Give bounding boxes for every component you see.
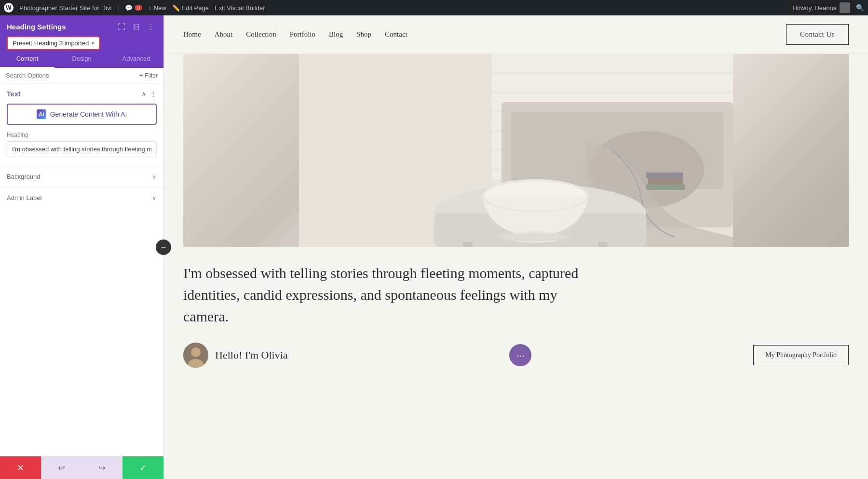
columns-icon[interactable]: ⊟: [131, 21, 141, 32]
ai-icon: AI: [37, 109, 46, 119]
cancel-button[interactable]: ✕: [0, 456, 41, 479]
profile-avatar: [183, 343, 208, 368]
site-nav: Home About Collection Portfolio Blog Sho…: [183, 30, 407, 39]
profile-row: Hello! I'm Olivia ··· My Photography Por…: [183, 343, 849, 368]
avatar-svg: [183, 343, 208, 368]
tab-design[interactable]: Design: [54, 50, 109, 68]
save-icon: ✓: [139, 463, 147, 473]
text-section-title: Text: [7, 90, 21, 98]
site-header: Home About Collection Portfolio Blog Sho…: [164, 15, 868, 54]
save-button[interactable]: ✓: [122, 456, 163, 479]
section-actions: ∧ ⋮: [141, 90, 157, 98]
nav-home[interactable]: Home: [183, 30, 201, 39]
comment-bubble: 0: [135, 5, 142, 11]
bowl-scene-svg: [183, 54, 849, 247]
avatar: [840, 2, 850, 13]
panel-body: + Filter Text ∧ ⋮ AI Generate Content Wi…: [0, 68, 163, 456]
svg-rect-19: [646, 184, 685, 190]
hero-image-container: [183, 54, 849, 247]
plus-icon: +: [148, 4, 152, 12]
background-section-title: Background: [7, 173, 40, 180]
tab-advanced[interactable]: Advanced: [109, 50, 163, 68]
new-button[interactable]: + New: [148, 4, 166, 12]
profile-name: Hello! I'm Olivia: [215, 349, 288, 361]
text-section: Text ∧ ⋮ AI Generate Content With AI Hea…: [0, 83, 163, 166]
settings-panel: Heading Settings ⛶ ⊟ ⋮ Preset: Heading 3…: [0, 15, 164, 479]
ai-generate-button[interactable]: AI Generate Content With AI: [7, 104, 157, 125]
panel-title: Heading Settings: [7, 23, 66, 31]
fab-button[interactable]: ···: [509, 344, 531, 366]
admin-bar: W Photographer Starter Site for Divi | 💬…: [0, 0, 868, 15]
more-options-icon[interactable]: ⋮: [145, 21, 157, 32]
redo-icon: ↪: [98, 463, 106, 473]
comment-icon: 💬: [125, 4, 133, 12]
svg-rect-18: [598, 242, 608, 247]
admin-label-chevron-icon: ∨: [152, 194, 157, 201]
svg-point-23: [191, 347, 201, 357]
panel-tabs: Content Design Advanced: [0, 50, 163, 68]
contact-us-button[interactable]: Contact Us: [786, 24, 849, 45]
nav-contact[interactable]: Contact: [385, 30, 407, 39]
panel-header-icons: ⛶ ⊟ ⋮: [116, 21, 157, 32]
admin-label-section-title: Admin Label: [7, 194, 41, 201]
nav-portfolio[interactable]: Portfolio: [290, 30, 315, 39]
admin-separator: |: [117, 4, 119, 12]
filter-label: Filter: [145, 72, 158, 79]
heading-input[interactable]: [7, 141, 157, 157]
cancel-icon: ✕: [17, 463, 24, 473]
bottom-bar: ✕ ↩ ↪ ✓: [0, 456, 163, 479]
text-section-header: Text ∧ ⋮: [7, 90, 157, 98]
svg-rect-20: [648, 178, 683, 184]
svg-point-15: [499, 233, 571, 241]
comment-count[interactable]: 💬 0: [125, 4, 142, 12]
svg-rect-21: [646, 173, 683, 178]
fab-icon: ···: [516, 350, 525, 361]
site-name[interactable]: Photographer Starter Site for Divi: [19, 4, 111, 12]
filter-button[interactable]: + Filter: [139, 72, 158, 79]
exit-builder-button[interactable]: Exit Visual Builder: [215, 4, 265, 12]
preset-selector[interactable]: Preset: Heading 3 imported ▾: [7, 36, 100, 50]
section-menu-button[interactable]: ⋮: [150, 90, 157, 98]
ai-generate-label: Generate Content With AI: [50, 110, 127, 118]
nav-about[interactable]: About: [215, 30, 233, 39]
preset-label: Preset: Heading 3 imported: [13, 40, 89, 47]
fullscreen-icon[interactable]: ⛶: [116, 22, 127, 32]
preset-chevron-icon: ▾: [92, 40, 94, 46]
resize-handle[interactable]: ↔: [156, 240, 171, 255]
search-options-input[interactable]: [6, 72, 136, 79]
edit-page-button[interactable]: ✏️ Edit Page: [172, 4, 209, 12]
user-menu[interactable]: Howdy, Deanna: [792, 2, 850, 13]
undo-icon: ↩: [58, 463, 65, 473]
hero-text: I'm obsessed with telling stories throug…: [183, 262, 598, 327]
content-area: Home About Collection Portfolio Blog Sho…: [164, 15, 868, 479]
background-section[interactable]: Background ∨: [0, 166, 163, 187]
heading-field-label: Heading: [7, 132, 157, 138]
portfolio-button[interactable]: My Photography Portfolio: [753, 345, 849, 365]
nav-collection[interactable]: Collection: [246, 30, 276, 39]
admin-search-icon[interactable]: 🔍: [856, 4, 864, 12]
tab-content[interactable]: Content: [0, 50, 54, 68]
pencil-icon: ✏️: [172, 4, 180, 12]
nav-shop[interactable]: Shop: [356, 30, 371, 39]
section-collapse-button[interactable]: ∧: [141, 90, 146, 98]
profile-left: Hello! I'm Olivia: [183, 343, 288, 368]
site-content: I'm obsessed with telling stories throug…: [164, 54, 868, 387]
background-chevron-icon: ∨: [152, 173, 157, 180]
undo-button[interactable]: ↩: [41, 456, 82, 479]
svg-rect-17: [463, 242, 473, 247]
filter-icon: +: [139, 72, 143, 79]
hero-image: [183, 54, 849, 247]
nav-blog[interactable]: Blog: [329, 30, 343, 39]
search-options-row: + Filter: [0, 68, 163, 83]
redo-button[interactable]: ↪: [82, 456, 123, 479]
panel-header: Heading Settings ⛶ ⊟ ⋮ Preset: Heading 3…: [0, 15, 163, 50]
admin-label-section[interactable]: Admin Label ∨: [0, 187, 163, 208]
wp-logo[interactable]: W: [4, 3, 14, 13]
